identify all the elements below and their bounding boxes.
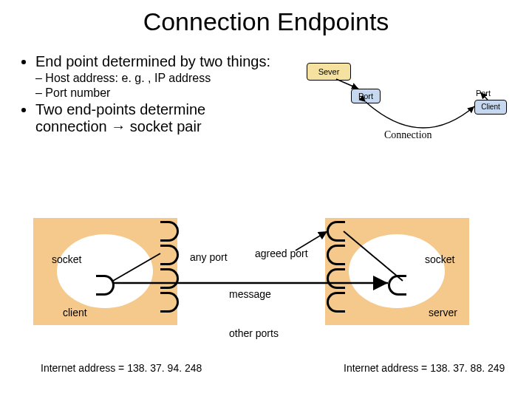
- bullet-2: Two end-points determine connection → so…: [35, 101, 272, 135]
- slide-title: Connection Endpoints: [0, 7, 532, 36]
- client-box: Client: [474, 100, 507, 115]
- socket-label-right: socket: [425, 253, 454, 265]
- port-label-right: Port: [469, 86, 497, 100]
- other-ports-label: other ports: [229, 327, 279, 339]
- server-ports: [325, 218, 343, 325]
- port-box-left: Port: [351, 89, 381, 103]
- agreed-port-label: agreed port: [255, 248, 308, 259]
- socket-diagram: socket socket client server any port agr…: [33, 218, 499, 358]
- message-label: message: [229, 288, 271, 300]
- any-port-label: any port: [190, 251, 228, 263]
- mini-diagram: Sever Port Port Client Connection: [296, 63, 510, 159]
- connection-label: Connection: [384, 129, 432, 141]
- client-ports: [160, 218, 178, 325]
- server-box: Sever: [307, 63, 351, 81]
- bullet-1b: Port number: [35, 86, 272, 100]
- client-block: [33, 218, 177, 325]
- address-left: Internet address = 138. 37. 94. 248: [41, 362, 202, 374]
- server-label: server: [429, 307, 457, 318]
- bullet-1a: Host address: e. g. , IP address: [35, 72, 272, 85]
- client-label: client: [63, 307, 87, 318]
- address-right: Internet address = 138. 37. 88. 249: [344, 362, 505, 374]
- socket-label-left: socket: [52, 253, 81, 265]
- bullet-list: End point determined by two things: Host…: [21, 53, 272, 137]
- bullet-1: End point determined by two things:: [35, 53, 272, 70]
- server-socket-icon: [388, 275, 406, 296]
